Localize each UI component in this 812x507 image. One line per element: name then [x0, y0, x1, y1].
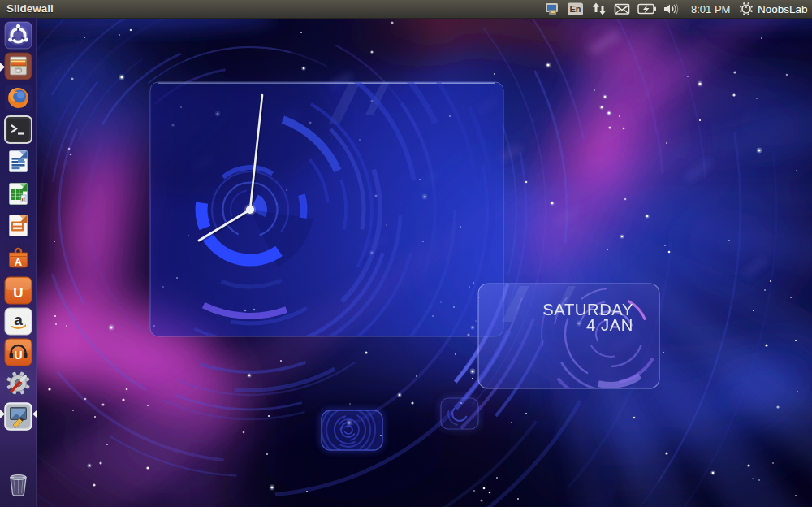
svg-text:NoobsLab: NoobsLab — [758, 3, 808, 15]
svg-text:4 JAN: 4 JAN — [586, 316, 633, 334]
svg-text:En: En — [569, 4, 581, 14]
svg-text:A: A — [15, 256, 23, 268]
svg-text:a: a — [14, 311, 23, 328]
svg-text:8:01 PM: 8:01 PM — [691, 3, 730, 15]
svg-text:U: U — [14, 349, 22, 362]
svg-text:U: U — [13, 285, 23, 301]
